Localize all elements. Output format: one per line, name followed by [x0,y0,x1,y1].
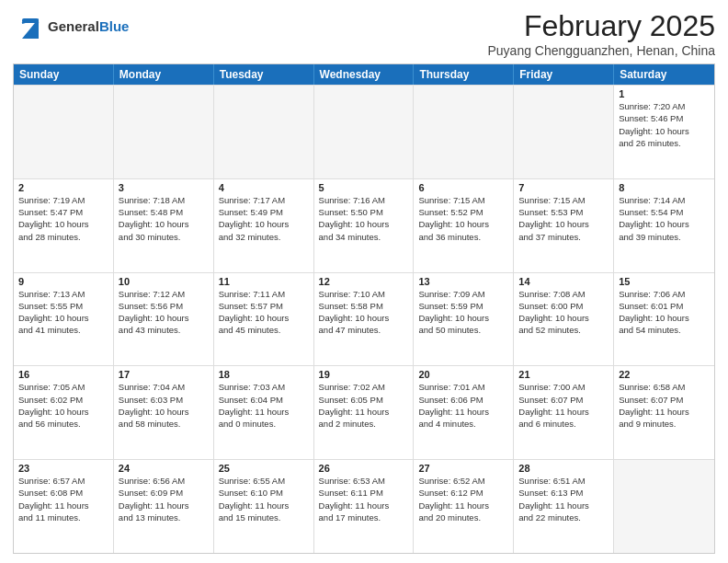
cell-info: Sunrise: 7:16 AM Sunset: 5:50 PM Dayligh… [319,194,409,243]
calendar-cell: 6Sunrise: 7:15 AM Sunset: 5:52 PM Daylig… [414,179,514,272]
month-year: February 2025 [487,9,715,43]
day-number: 23 [18,463,108,474]
day-number: 13 [418,276,508,287]
cell-info: Sunrise: 7:02 AM Sunset: 6:05 PM Dayligh… [319,381,409,430]
calendar-cell: 4Sunrise: 7:17 AM Sunset: 5:49 PM Daylig… [214,179,314,272]
logo-name: GeneralBlue [48,19,129,34]
calendar-cell: 5Sunrise: 7:16 AM Sunset: 5:50 PM Daylig… [314,179,415,272]
weekday-header-saturday: Saturday [614,64,714,85]
day-number: 21 [518,369,609,380]
weekday-header-monday: Monday [114,64,214,85]
cell-info: Sunrise: 7:08 AM Sunset: 6:00 PM Dayligh… [518,288,609,337]
calendar-body: 1Sunrise: 7:20 AM Sunset: 5:46 PM Daylig… [14,85,714,553]
day-number: 4 [219,182,309,193]
calendar-cell [414,86,514,178]
weekday-header-tuesday: Tuesday [214,64,314,85]
cell-info: Sunrise: 7:09 AM Sunset: 5:59 PM Dayligh… [418,288,508,337]
calendar-cell: 9Sunrise: 7:13 AM Sunset: 5:55 PM Daylig… [14,273,114,366]
calendar-cell: 24Sunrise: 6:56 AM Sunset: 6:09 PM Dayli… [114,460,214,553]
day-number: 10 [119,276,209,287]
day-number: 20 [418,369,508,380]
calendar-cell: 3Sunrise: 7:18 AM Sunset: 5:48 PM Daylig… [114,179,214,272]
calendar-cell: 22Sunrise: 6:58 AM Sunset: 6:07 PM Dayli… [614,366,714,459]
calendar-cell: 26Sunrise: 6:53 AM Sunset: 6:11 PM Dayli… [314,460,415,553]
day-number: 11 [219,276,309,287]
cell-info: Sunrise: 7:01 AM Sunset: 6:06 PM Dayligh… [418,381,508,430]
calendar-cell [514,86,614,178]
day-number: 16 [18,369,108,380]
calendar-row-4: 16Sunrise: 7:05 AM Sunset: 6:02 PM Dayli… [14,365,714,459]
title-block: February 2025 Puyang Chengguanzhen, Hena… [487,9,715,58]
calendar-header: SundayMondayTuesdayWednesdayThursdayFrid… [14,64,714,85]
day-number: 27 [418,463,508,474]
calendar-cell [14,86,114,178]
calendar-cell: 12Sunrise: 7:10 AM Sunset: 5:58 PM Dayli… [314,273,415,366]
weekday-header-thursday: Thursday [414,64,514,85]
calendar-cell [114,86,214,178]
cell-info: Sunrise: 7:11 AM Sunset: 5:57 PM Dayligh… [219,288,309,337]
cell-info: Sunrise: 6:53 AM Sunset: 6:11 PM Dayligh… [319,475,409,523]
calendar-row-2: 2Sunrise: 7:19 AM Sunset: 5:47 PM Daylig… [14,178,714,272]
calendar-cell: 11Sunrise: 7:11 AM Sunset: 5:57 PM Dayli… [214,273,314,366]
calendar-cell: 23Sunrise: 6:57 AM Sunset: 6:08 PM Dayli… [14,460,114,553]
cell-info: Sunrise: 6:55 AM Sunset: 6:10 PM Dayligh… [219,475,309,523]
calendar-cell: 27Sunrise: 6:52 AM Sunset: 6:12 PM Dayli… [414,460,514,553]
day-number: 7 [518,182,609,193]
day-number: 14 [518,276,609,287]
calendar: SundayMondayTuesdayWednesdayThursdayFrid… [13,63,715,554]
calendar-cell: 15Sunrise: 7:06 AM Sunset: 6:01 PM Dayli… [614,273,714,366]
cell-info: Sunrise: 7:04 AM Sunset: 6:03 PM Dayligh… [119,381,209,430]
header: GeneralBlue February 2025 Puyang Chenggu… [13,9,715,58]
calendar-cell: 21Sunrise: 7:00 AM Sunset: 6:07 PM Dayli… [514,366,614,459]
logo: GeneralBlue [13,9,129,44]
day-number: 15 [619,276,710,287]
cell-info: Sunrise: 6:51 AM Sunset: 6:13 PM Dayligh… [518,475,609,523]
day-number: 24 [119,463,209,474]
day-number: 6 [418,182,508,193]
calendar-cell: 28Sunrise: 6:51 AM Sunset: 6:13 PM Dayli… [514,460,614,553]
weekday-header-friday: Friday [514,64,614,85]
weekday-header-wednesday: Wednesday [314,64,415,85]
calendar-cell: 17Sunrise: 7:04 AM Sunset: 6:03 PM Dayli… [114,366,214,459]
cell-info: Sunrise: 7:14 AM Sunset: 5:54 PM Dayligh… [619,194,710,243]
cell-info: Sunrise: 7:10 AM Sunset: 5:58 PM Dayligh… [319,288,409,337]
day-number: 19 [319,369,409,380]
cell-info: Sunrise: 6:58 AM Sunset: 6:07 PM Dayligh… [619,381,710,430]
calendar-row-1: 1Sunrise: 7:20 AM Sunset: 5:46 PM Daylig… [14,85,714,178]
calendar-cell: 8Sunrise: 7:14 AM Sunset: 5:54 PM Daylig… [614,179,714,272]
day-number: 5 [319,182,409,193]
cell-info: Sunrise: 7:18 AM Sunset: 5:48 PM Dayligh… [119,194,209,243]
calendar-cell: 25Sunrise: 6:55 AM Sunset: 6:10 PM Dayli… [214,460,314,553]
cell-info: Sunrise: 7:20 AM Sunset: 5:46 PM Dayligh… [619,100,710,149]
day-number: 26 [319,463,409,474]
logo-general-text: GeneralBlue [48,19,129,34]
cell-info: Sunrise: 7:19 AM Sunset: 5:47 PM Dayligh… [18,194,108,243]
calendar-cell: 10Sunrise: 7:12 AM Sunset: 5:56 PM Dayli… [114,273,214,366]
day-number: 12 [319,276,409,287]
calendar-cell: 13Sunrise: 7:09 AM Sunset: 5:59 PM Dayli… [414,273,514,366]
calendar-row-3: 9Sunrise: 7:13 AM Sunset: 5:55 PM Daylig… [14,272,714,366]
cell-info: Sunrise: 7:06 AM Sunset: 6:01 PM Dayligh… [619,288,710,337]
day-number: 1 [619,88,710,99]
cell-info: Sunrise: 7:17 AM Sunset: 5:49 PM Dayligh… [219,194,309,243]
day-number: 18 [219,369,309,380]
cell-info: Sunrise: 6:56 AM Sunset: 6:09 PM Dayligh… [119,475,209,523]
cell-info: Sunrise: 6:57 AM Sunset: 6:08 PM Dayligh… [18,475,108,523]
day-number: 17 [119,369,209,380]
day-number: 2 [18,182,108,193]
weekday-header-sunday: Sunday [14,64,114,85]
location: Puyang Chengguanzhen, Henan, China [487,43,715,58]
day-number: 8 [619,182,710,193]
day-number: 28 [518,463,609,474]
calendar-cell: 19Sunrise: 7:02 AM Sunset: 6:05 PM Dayli… [314,366,415,459]
logo-icon [13,9,48,44]
cell-info: Sunrise: 7:00 AM Sunset: 6:07 PM Dayligh… [518,381,609,430]
calendar-cell: 16Sunrise: 7:05 AM Sunset: 6:02 PM Dayli… [14,366,114,459]
page: GeneralBlue February 2025 Puyang Chenggu… [0,0,728,563]
day-number: 9 [18,276,108,287]
cell-info: Sunrise: 6:52 AM Sunset: 6:12 PM Dayligh… [418,475,508,523]
cell-info: Sunrise: 7:13 AM Sunset: 5:55 PM Dayligh… [18,288,108,337]
day-number: 3 [119,182,209,193]
cell-info: Sunrise: 7:15 AM Sunset: 5:52 PM Dayligh… [418,194,508,243]
calendar-cell [614,460,714,553]
